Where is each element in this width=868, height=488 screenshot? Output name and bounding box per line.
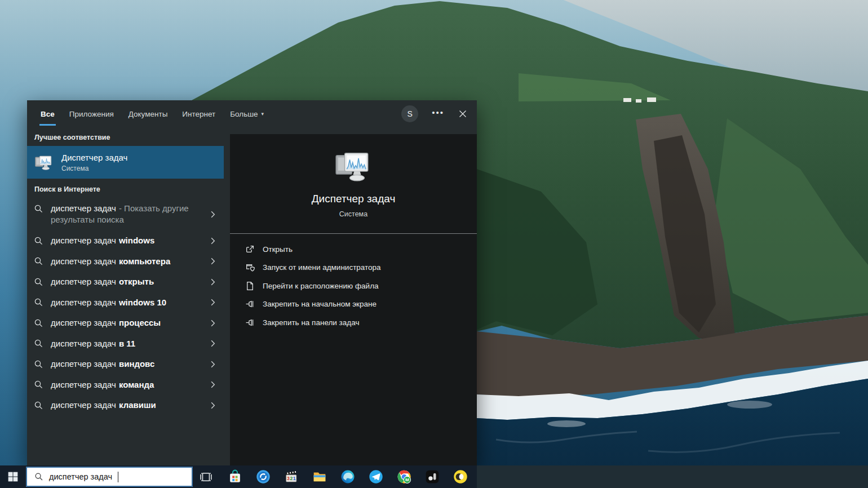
open-window-icon: [245, 245, 255, 254]
tab-web[interactable]: Интернет: [182, 100, 215, 127]
suggestion-show-more-results[interactable]: диспетчер задач- Показать другие результ…: [27, 198, 224, 230]
suggestion-komanda[interactable]: диспетчер задачкоманда: [27, 375, 224, 396]
svg-text:2: 2: [290, 476, 293, 481]
suggestion-klavishi[interactable]: диспетчер задачклавиши: [27, 395, 224, 416]
search-icon: [34, 360, 43, 369]
task-view-button[interactable]: [198, 469, 213, 484]
admin-shield-icon: [245, 263, 255, 272]
svg-text:3: 3: [287, 476, 290, 481]
detail-title: Диспетчер задач: [312, 193, 396, 205]
search-icon: [34, 236, 43, 246]
action-open-file-location[interactable]: Перейти к расположению файла: [245, 277, 471, 295]
chevron-right-icon[interactable]: [209, 237, 217, 245]
suggestion-v-11[interactable]: диспетчер задачв 11: [27, 334, 224, 354]
search-icon: [34, 318, 43, 328]
search-icon: [34, 277, 43, 287]
search-icon: [34, 256, 43, 266]
windows-logo-icon: [7, 471, 19, 482]
chevron-right-icon[interactable]: [209, 380, 217, 389]
detail-actions: Открыть Запуск от имени администратора: [230, 234, 477, 332]
suggestion-otkryt[interactable]: диспетчер задачоткрыть: [27, 272, 224, 292]
chevron-right-icon[interactable]: [209, 339, 217, 348]
chevron-right-icon[interactable]: [209, 210, 217, 219]
media-player-classic-icon[interactable]: 3 2 1: [284, 469, 299, 484]
search-icon: [34, 401, 43, 410]
search-flyout-header: Все Приложения Документы Интернет Больше…: [27, 100, 477, 127]
suggestion-windows-10[interactable]: диспетчер задачwindows 10: [27, 292, 224, 313]
web-search-section-label: Поиск в Интернете: [27, 185, 230, 198]
chrome-icon[interactable]: M: [397, 469, 411, 484]
best-match-subtitle: Система: [61, 165, 127, 172]
action-label: Запуск от имени администратора: [263, 263, 381, 272]
chevron-right-icon[interactable]: [209, 278, 217, 286]
suggestion-kompyutera[interactable]: диспетчер задачкомпьютера: [27, 251, 224, 272]
start-button[interactable]: [0, 465, 26, 488]
result-detail-pane: Диспетчер задач Система Открыть: [230, 134, 477, 465]
best-match-section-label: Лучшее соответствие: [27, 134, 230, 146]
best-match-title: Диспетчер задач: [61, 153, 127, 162]
chevron-down-icon: ▾: [262, 112, 264, 117]
yellow-media-app-icon[interactable]: [453, 469, 468, 484]
tab-all[interactable]: Все: [41, 100, 55, 127]
search-flyout: Все Приложения Документы Интернет Больше…: [27, 100, 477, 465]
action-label: Перейти к расположению файла: [263, 282, 379, 290]
search-icon: [34, 472, 43, 481]
text-cursor: [118, 472, 118, 482]
suggestion-windows[interactable]: диспетчер задачwindows: [27, 230, 224, 251]
web-search-suggestions: диспетчер задач- Показать другие результ…: [27, 198, 230, 416]
file-explorer-icon[interactable]: [312, 469, 327, 484]
task-view-icon: [199, 470, 213, 484]
action-label: Закрепить на панели задач: [263, 318, 359, 327]
svg-text:M: M: [405, 477, 409, 482]
avatar[interactable]: S: [401, 105, 418, 122]
tab-documents[interactable]: Документы: [129, 100, 168, 127]
chevron-right-icon[interactable]: [209, 401, 217, 410]
search-flyout-body: Лучшее соответствие Диспетчер задач Сист…: [27, 127, 477, 465]
task-manager-icon-large: [333, 149, 374, 184]
action-label: Открыть: [263, 245, 293, 254]
chevron-right-icon[interactable]: [209, 319, 217, 327]
search-icon: [34, 339, 43, 348]
task-manager-icon: [34, 154, 54, 171]
best-match-result[interactable]: Диспетчер задач Система: [27, 146, 224, 179]
dark-media-app-icon[interactable]: [425, 469, 440, 484]
search-tabs: Все Приложения Документы Интернет Больше…: [41, 100, 264, 127]
chevron-right-icon[interactable]: [209, 257, 217, 265]
taskbar-search-input[interactable]: диспетчер задач: [26, 467, 193, 487]
tab-apps[interactable]: Приложения: [69, 100, 114, 127]
header-right-controls: S •••: [401, 105, 468, 122]
tab-more[interactable]: Больше ▾: [230, 100, 264, 127]
desktop: { "desktop": { "wallpaper_name": "aerial…: [0, 0, 868, 488]
file-location-icon: [245, 281, 255, 291]
results-column: Лучшее соответствие Диспетчер задач Сист…: [27, 127, 230, 465]
action-pin-to-taskbar[interactable]: Закрепить на панели задач: [245, 313, 471, 332]
pin-icon: [245, 318, 255, 327]
svg-text:1: 1: [293, 476, 296, 481]
chevron-right-icon[interactable]: [209, 298, 217, 307]
edge-browser-icon[interactable]: [340, 469, 355, 484]
suggestion-protsessy[interactable]: диспетчер задачпроцессы: [27, 313, 224, 334]
search-input-value: диспетчер задач: [49, 472, 112, 481]
detail-subtitle: Система: [339, 210, 367, 218]
suggestion-vindovs[interactable]: диспетчер задачвиндовс: [27, 354, 224, 375]
search-icon: [34, 380, 43, 389]
more-options-icon[interactable]: •••: [432, 108, 444, 120]
close-icon[interactable]: [458, 109, 468, 119]
chevron-right-icon[interactable]: [209, 360, 217, 369]
telegram-icon[interactable]: [369, 469, 383, 484]
action-open[interactable]: Открыть: [245, 240, 471, 259]
microsoft-store-icon[interactable]: [228, 469, 242, 484]
pin-icon: [245, 299, 255, 309]
search-icon: [34, 298, 43, 307]
action-run-as-admin[interactable]: Запуск от имени администратора: [245, 259, 471, 277]
taskbar: диспетчер задач 3: [0, 465, 868, 488]
download-manager-icon[interactable]: [256, 469, 271, 484]
action-pin-to-start[interactable]: Закрепить на начальном экране: [245, 295, 471, 314]
action-label: Закрепить на начальном экране: [263, 300, 377, 308]
search-icon: [34, 204, 43, 214]
taskbar-right-section: [477, 465, 868, 488]
